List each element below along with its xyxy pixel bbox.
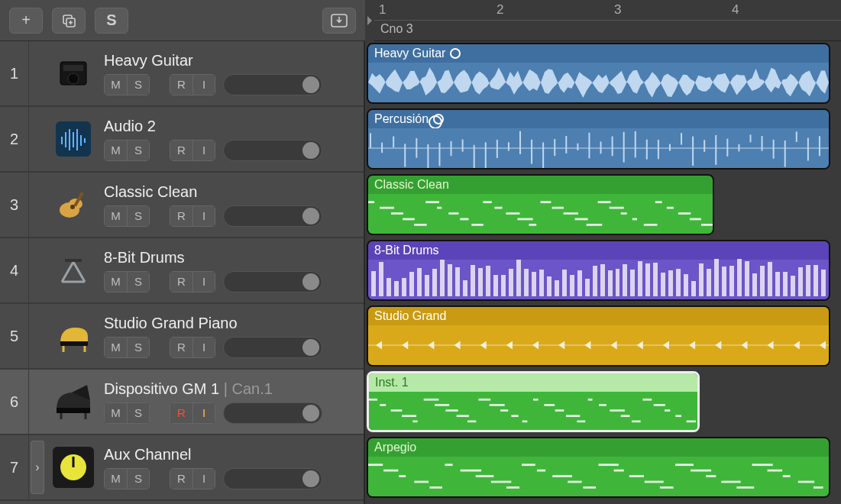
catch-playhead-button[interactable]	[322, 8, 356, 34]
record-enable-button[interactable]: R	[170, 468, 192, 489]
svg-rect-154	[706, 475, 716, 477]
add-track-button[interactable]: +	[9, 8, 43, 34]
track-name[interactable]: Dispositivo GM 1 | Can.1	[104, 380, 357, 398]
track-name[interactable]: Audio 2	[104, 118, 357, 135]
loop-icon	[450, 48, 461, 59]
svg-rect-45	[542, 142, 544, 168]
mute-button[interactable]: M	[104, 402, 127, 424]
record-enable-button[interactable]: R	[170, 271, 192, 292]
solo-button[interactable]: S	[127, 205, 150, 227]
svg-rect-121	[577, 421, 585, 423]
region[interactable]: Heavy Guitar	[367, 43, 830, 104]
svg-rect-67	[796, 131, 797, 141]
track-name[interactable]: Aux Channel	[104, 446, 357, 464]
track-icon[interactable]	[46, 304, 101, 368]
svg-rect-85	[529, 224, 536, 226]
track-name[interactable]: 8-Bit Drums	[104, 249, 357, 267]
record-enable-button[interactable]: R	[170, 402, 192, 424]
region[interactable]: Arpegio	[367, 437, 830, 498]
volume-slider[interactable]	[223, 402, 322, 424]
region[interactable]: Inst. 1	[367, 371, 700, 432]
track-header[interactable]: 1 Heavy Guitar M S R I	[0, 41, 364, 107]
svg-rect-99	[690, 218, 701, 221]
track-icon[interactable]	[46, 173, 101, 237]
svg-rect-102	[369, 399, 377, 401]
input-monitor-button[interactable]: I	[192, 205, 215, 227]
input-monitor-button[interactable]: I	[192, 402, 215, 424]
track-header[interactable]: 6 Dispositivo GM 1 | Can.1 M S R I	[0, 370, 364, 435]
region[interactable]: Percusión	[367, 108, 830, 170]
track-icon[interactable]	[46, 370, 101, 434]
svg-rect-153	[691, 470, 711, 472]
volume-slider[interactable]	[223, 74, 322, 95]
track-icon[interactable]	[46, 107, 101, 171]
track-name[interactable]: Heavy Guitar	[104, 52, 357, 69]
arrangement-marker[interactable]: Cno 3	[374, 21, 419, 37]
mute-button[interactable]: M	[104, 337, 127, 358]
svg-rect-57	[681, 133, 682, 144]
region[interactable]: Classic Clean	[367, 174, 714, 235]
region[interactable]: 8-Bit Drums	[367, 240, 830, 301]
svg-rect-158	[768, 470, 783, 472]
mute-button[interactable]: M	[104, 468, 127, 489]
svg-rect-74	[403, 218, 415, 221]
svg-rect-143	[537, 470, 545, 472]
svg-rect-46	[554, 139, 555, 156]
region-label: Percusión	[368, 110, 829, 128]
divider-handle[interactable]	[365, 0, 374, 41]
loop-icon	[433, 114, 444, 124]
svg-rect-76	[425, 201, 439, 203]
input-monitor-button[interactable]: I	[192, 74, 215, 95]
track-icon[interactable]	[46, 435, 101, 499]
record-enable-button[interactable]: R	[170, 74, 192, 95]
solo-button[interactable]: S	[127, 402, 150, 424]
timeline-ruler[interactable]: 1 2 3 4 Cno 3	[374, 0, 841, 41]
track-name[interactable]: Classic Clean	[104, 183, 357, 201]
track-icon[interactable]	[46, 41, 101, 105]
solo-button[interactable]: S	[127, 271, 150, 292]
track-header[interactable]: 7 › Aux Channel M S R I	[0, 435, 364, 501]
record-enable-button[interactable]: R	[170, 140, 192, 161]
input-monitor-button[interactable]: I	[192, 271, 215, 292]
svg-rect-52	[623, 132, 625, 163]
track-header[interactable]: 5 Studio Grand Piano M S R I	[0, 304, 364, 370]
solo-button[interactable]: S	[127, 74, 150, 95]
solo-button[interactable]: S	[127, 337, 150, 358]
svg-rect-48	[577, 144, 578, 150]
svg-rect-118	[544, 404, 555, 406]
mute-button[interactable]: M	[104, 74, 127, 95]
input-monitor-button[interactable]: I	[192, 337, 215, 358]
duplicate-track-button[interactable]	[52, 8, 86, 34]
volume-slider[interactable]	[223, 271, 322, 292]
mute-button[interactable]: M	[104, 271, 127, 292]
svg-rect-94	[632, 218, 637, 221]
expand-track-button[interactable]: ›	[31, 441, 44, 494]
mute-button[interactable]: M	[104, 140, 127, 161]
svg-rect-82	[494, 207, 502, 209]
ruler-tick: 4	[732, 2, 739, 18]
volume-slider[interactable]	[223, 205, 322, 227]
global-solo-button[interactable]: S	[95, 8, 128, 34]
svg-rect-25	[57, 408, 90, 413]
input-monitor-button[interactable]: I	[192, 140, 215, 161]
track-icon[interactable]	[46, 238, 101, 302]
ruler-tick: 1	[379, 2, 386, 18]
track-number: 2	[0, 107, 29, 171]
region[interactable]: Studio Grand	[367, 305, 830, 367]
volume-slider[interactable]	[223, 140, 322, 161]
track-header[interactable]: 3 Classic Clean M S R I	[0, 173, 364, 238]
input-monitor-button[interactable]: I	[192, 468, 215, 489]
solo-button[interactable]: S	[127, 468, 150, 489]
record-enable-button[interactable]: R	[170, 205, 192, 227]
record-enable-button[interactable]: R	[170, 337, 192, 358]
track-name[interactable]: Studio Grand Piano	[104, 315, 357, 332]
track-header[interactable]: 2 Audio 2 M S R I	[0, 107, 364, 173]
svg-rect-64	[762, 136, 763, 151]
solo-button[interactable]: S	[127, 140, 150, 161]
svg-rect-86	[541, 201, 552, 203]
volume-slider[interactable]	[223, 337, 322, 358]
volume-slider[interactable]	[223, 468, 322, 489]
track-header[interactable]: 4 8-Bit Drums M S R I	[0, 238, 364, 304]
mute-button[interactable]: M	[104, 205, 127, 227]
svg-rect-81	[483, 201, 491, 203]
